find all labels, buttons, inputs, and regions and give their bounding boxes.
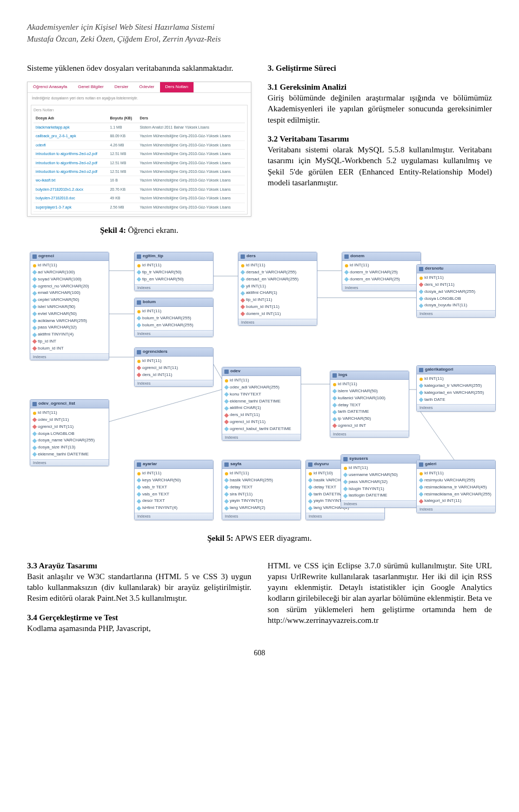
- eer-table-odev: odevid INT(11)odev_adi VARCHAR(255)konu …: [222, 367, 301, 441]
- table-header: Boyutu (KB): [108, 114, 137, 123]
- eer-column: soyad VARCHAR(100): [30, 276, 109, 283]
- eer-column: ogrenci_id INT(11): [135, 365, 213, 372]
- eer-table-header: ogrenciders: [135, 348, 213, 357]
- screenshot-fieldset: Ders Notları Dosya AdıBoyutu (KB)Ders bl…: [31, 105, 248, 214]
- eer-table-header: odev: [222, 367, 301, 376]
- section-3-4: 3.4 Gerçekleştirme ve Test Kodlama aşama…: [27, 612, 251, 634]
- eer-table-header: bolum: [135, 298, 213, 307]
- eer-table-donem: donemid INT(11)donem_tr VARCHAR(25)donem…: [342, 252, 421, 291]
- section-3-2: 3.2 Veritabanı Tasarımı Veritabanı siste…: [268, 133, 492, 188]
- eer-table-sysusers: sysusersid INT(11)username VARCHAR(50)pa…: [341, 454, 420, 507]
- eer-column: ogrenci_id INT(11): [222, 419, 301, 426]
- eer-column: id INT(11): [222, 470, 301, 477]
- eer-table-header: ogrenci: [30, 252, 109, 261]
- eer-column: tarih DATETIME: [330, 408, 409, 415]
- svg-line-8: [108, 390, 222, 422]
- screenshot-tab[interactable]: Genel Bilgiler: [72, 82, 109, 92]
- eer-column: dosya LONGBLOB: [30, 431, 109, 438]
- eer-column: odev_adi VARCHAR(255): [222, 384, 301, 391]
- eer-column: bolum_tr VARCHAR(255): [135, 315, 213, 322]
- eer-column: konu TINYTEXT: [222, 391, 301, 398]
- bottom-right-column: HTML ve CSS için Eclipse 3.7.0 sürümü ku…: [268, 552, 492, 642]
- eer-indexes-label: Indexes: [30, 353, 109, 360]
- eer-column: dosya_boyutu INT(11): [417, 302, 495, 309]
- eer-column: eklenme_tarihi DATETIME: [222, 398, 301, 405]
- eer-column: bolum_id INT: [30, 345, 109, 352]
- eer-column: dersad_en VARCHAR(255): [238, 276, 317, 283]
- eer-column: aktifmi CHAR(1): [222, 405, 301, 412]
- eer-column: id INT(11): [135, 308, 213, 315]
- eer-column: tarih DATE: [417, 397, 495, 404]
- figure-4-caption: Şekil 4: Öğrenci ekranı.: [27, 225, 251, 236]
- eer-table-ders: dersid INT(11)dersad_tr VARCHAR(255)ders…: [238, 252, 317, 326]
- eer-column: eklenme_tarihi DATETIME: [30, 451, 109, 458]
- eer-table-header: ayarlar: [135, 460, 213, 469]
- eer-indexes-label: Indexes: [330, 431, 409, 437]
- eer-column: kategoriad_en VARCHAR(255): [417, 390, 495, 397]
- screenshot-tab[interactable]: Ders Notları: [160, 82, 194, 92]
- eer-column: evtel VARCHAR(50): [30, 311, 109, 318]
- eer-column: donem_tr VARCHAR(25): [342, 269, 421, 276]
- eer-column: ogrenci_id INT(11): [30, 424, 109, 431]
- eer-column: yil INT(11): [238, 283, 317, 290]
- eer-indexes-label: Indexes: [417, 404, 495, 411]
- table-row: blackmarketapp.apk1.1 MBSistem Analizi 2…: [34, 123, 245, 131]
- screenshot-note: İndirdiğiniz dosyaların yeri ders notlar…: [28, 93, 251, 103]
- eer-column: resimyolu VARCHAR(255): [417, 477, 495, 484]
- eer-indexes-label: Indexes: [417, 310, 495, 317]
- eer-column: id INT(11): [135, 470, 213, 477]
- eer-column: descr TEXT: [135, 498, 213, 505]
- eer-indexes-label: Indexes: [135, 330, 213, 337]
- eer-column: resimaciklama_en VARCHAR(255): [417, 491, 495, 498]
- eer-table-header: galeri: [417, 460, 495, 469]
- screenshot-tab[interactable]: Ödevler: [134, 82, 160, 92]
- eer-table-ayarlar: ayarlarid INT(11)keys VARCHAR(50)vals_tr…: [134, 460, 214, 520]
- eer-indexes-label: Indexes: [306, 513, 384, 519]
- eer-column: dosya LONGBLOB: [417, 296, 495, 303]
- eer-indexes-label: Indexes: [342, 284, 421, 291]
- eer-table-header: logs: [330, 371, 409, 380]
- eer-column: baslik VARCHAR(255): [222, 477, 301, 484]
- eer-column: id INT(11): [417, 375, 495, 382]
- eer-column: vals_tr TEXT: [135, 484, 213, 491]
- bottom-right-paragraph: HTML ve CSS için Eclipse 3.7.0 sürümü ku…: [268, 560, 492, 626]
- table-row: wo-ikasfl.txt16 BYazılım Mühendisliğine …: [34, 176, 245, 185]
- eer-table-header: galerikategori: [417, 366, 495, 374]
- eer-column: resimaciklama_tr VARCHAR(45): [417, 484, 495, 491]
- right-column: 3. Geliştirme Süreci 3.1 Gereksinim Anal…: [268, 55, 492, 244]
- eer-column: username VARCHAR(50): [341, 472, 420, 479]
- eer-column: aktifmi TINYINT(4): [30, 331, 109, 338]
- eer-column: kategori_id INT(11): [417, 498, 495, 505]
- eer-table-header: sayfa: [222, 460, 301, 469]
- fieldset-title: Ders Notları: [34, 108, 245, 112]
- paper-title: Akademisyenler için Kişisel Web Sitesi H…: [27, 22, 492, 32]
- eer-column: isHtml TINYINT(4): [135, 505, 213, 512]
- eer-table-header: dersnotu: [417, 265, 495, 273]
- eer-column: pass VARCHAR(32): [341, 479, 420, 486]
- section-3-1: 3.1 Gereksinim Analizi Giriş bölümünde d…: [268, 82, 492, 125]
- table-row: introduction to algorithms-2ed-o2.pdf12.…: [34, 158, 245, 167]
- eer-column: tip_id INT(11): [238, 297, 317, 304]
- figure-5-eer-diagram: ogrenciid INT(11)ad VARCHAR(100)soyad VA…: [27, 249, 492, 525]
- eer-column: lastlogin DATETIME: [341, 492, 420, 499]
- bottom-left-column: 3.3 Arayüz Tasarımı Basit anlaşılır ve W…: [27, 552, 251, 642]
- eer-column: ogrenci_id INT: [330, 422, 409, 430]
- eer-column: ogrenci_no VARCHAR(20): [30, 283, 109, 290]
- eer-table-header: donem: [342, 252, 421, 261]
- eer-table-logs: logsid INT(11)islem VARCHAR(50)kullanici…: [330, 371, 409, 438]
- eer-column: donem_id INT(11): [238, 311, 317, 318]
- screenshot-tab[interactable]: Öğrenci Anasayfa: [28, 82, 72, 92]
- table-row: bolyulen-27182010.doc49 KBYazılım Mühend…: [34, 194, 245, 203]
- eer-column: id INT(11): [417, 470, 495, 477]
- eer-column: odev_id INT(11): [30, 417, 109, 424]
- eer-column: bolum_en VARCHAR(255): [135, 322, 213, 329]
- eer-table-header: egitim_tip: [135, 252, 213, 261]
- eer-column: dosya_name VARCHAR(255): [30, 437, 109, 444]
- figure-4-screenshot: Öğrenci AnasayfaGenel BilgilerDerslerÖde…: [27, 82, 251, 217]
- screenshot-table: Dosya AdıBoyutu (KB)Ders blackmarketapp.…: [34, 114, 245, 212]
- eer-column: id INT(11): [238, 262, 317, 269]
- screenshot-tab[interactable]: Dersler: [109, 82, 134, 92]
- eer-column: islogin TINYINT(1): [341, 486, 420, 493]
- eer-table-galerikategori: galerikategoriid INT(11)kategoriad_tr VA…: [416, 365, 496, 411]
- eer-column: ogrenci_kabul_tarihi DATETIME: [222, 426, 301, 433]
